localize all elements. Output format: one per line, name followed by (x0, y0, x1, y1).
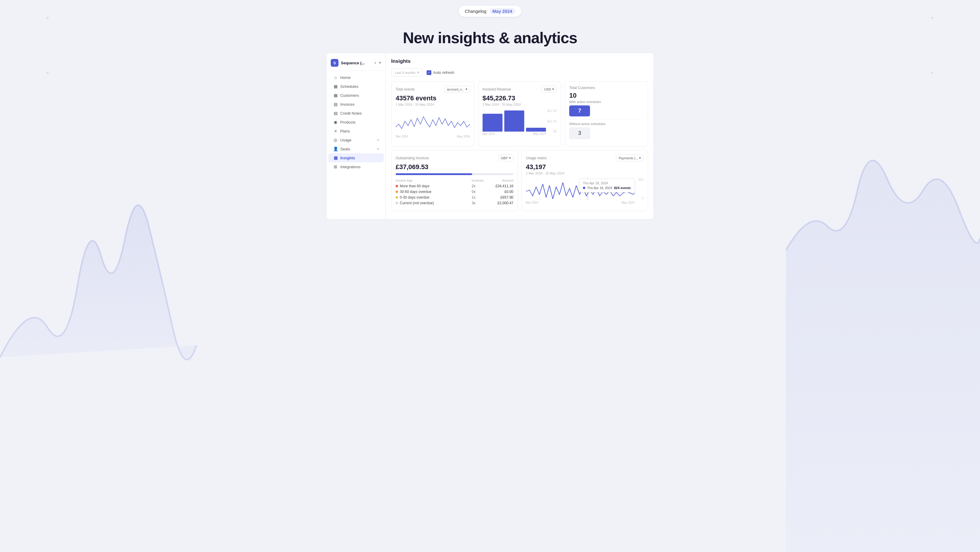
usage-metric-filter[interactable]: Payments (... ▾ (616, 154, 644, 161)
invoice-dot-2 (396, 191, 398, 193)
sidebar-item-insights[interactable]: ▦ Insights (328, 153, 384, 162)
total-events-filter-label: account_v... (447, 87, 465, 91)
changelog-pill: Changelog May 2024 (458, 5, 521, 17)
filters-row: Last 3 months ▾ ✓ Auto refresh (391, 68, 648, 76)
usage-metric-card: Usage metric Payments (... ▾ 43,197 1 Ma… (522, 150, 648, 211)
usage-metric-label: Usage metric (526, 156, 547, 160)
sidebar-org-chevron: ▾ (374, 61, 376, 65)
outstanding-invoices-value: £37,069.53 (396, 163, 514, 171)
usage-metric-header: Usage metric Payments (... ▾ (526, 154, 644, 161)
changelog-date: May 2024 (489, 8, 515, 14)
customers-with-active-section: With active schedules 7 (569, 100, 644, 116)
invoiced-revenue-currency-chevron: ▾ (552, 87, 554, 91)
sidebar-item-integrations-label: Integrations (340, 165, 361, 169)
invoice-amount-4: £2,000.47 (490, 201, 514, 205)
sidebar-item-schedules-label: Schedules (340, 84, 358, 89)
invoiced-revenue-card: Invoiced Revenue USD ▾ $45,226.73 1 Mar … (478, 81, 562, 146)
sidebar-item-home[interactable]: ⌂ Home (328, 73, 384, 82)
outstanding-invoices-currency-label: GBP (501, 156, 508, 160)
auto-refresh-toggle[interactable]: ✓ Auto refresh (426, 70, 454, 75)
sidebar-item-insights-label: Insights (340, 156, 355, 160)
usage-metric-tooltip: Thu Apr 18, 2024 Thu Apr 18, 2024 824 ev… (579, 179, 635, 192)
outstanding-invoices-label: Outstanding Invoices (396, 156, 429, 160)
invoice-col-age: Invoice Age (396, 179, 472, 182)
invoiced-revenue-chart: $22.4K $11.2K $0 Mar 2024 May 2024 (482, 109, 557, 133)
invoice-dot-3 (396, 196, 398, 199)
period-filter[interactable]: Last 3 months ▾ (391, 68, 423, 76)
sidebar-item-usage-label: Usage (340, 138, 352, 142)
usage-expand-icon: ▾ (377, 138, 379, 142)
total-events-filter[interactable]: account_v... ▾ (444, 86, 470, 92)
sidebar-item-integrations[interactable]: ⊞ Integrations (328, 162, 384, 171)
top-bar: Changelog May 2024 (0, 0, 980, 20)
main-layout: S Sequence (... ▾ + ⌂ Home ▦ Schedules ▦… (326, 53, 654, 220)
tooltip-title: Thu Apr 18, 2024 (583, 181, 631, 185)
sidebar-item-products-label: Products (340, 120, 355, 124)
revenue-bar-2 (504, 110, 524, 132)
without-active-value: 3 (569, 127, 590, 139)
total-customers-value: 10 (569, 92, 644, 99)
schedules-icon: ▦ (333, 84, 338, 89)
plans-icon: ≡ (333, 129, 338, 134)
total-events-filter-chevron: ▾ (466, 87, 468, 91)
invoiced-revenue-x-end: May 2024 (533, 132, 546, 135)
outstanding-invoices-currency[interactable]: GBP ▾ (498, 154, 513, 161)
tooltip-value: 824 events (614, 186, 631, 190)
sidebar-item-invoices[interactable]: ▤ Invoices (328, 100, 384, 109)
tooltip-dot (583, 187, 585, 189)
credit-notes-icon: ▤ (333, 111, 338, 116)
invoice-label-1: More than 60 days (400, 184, 429, 188)
sidebar-item-invoices-label: Invoices (340, 102, 355, 107)
invoice-col-invoices: Invoices (472, 179, 490, 182)
invoiced-revenue-header: Invoiced Revenue USD ▾ (482, 86, 557, 92)
corner-plus-mr: + (931, 70, 934, 76)
invoice-dot-1 (396, 185, 398, 187)
top-cards-grid: Total events account_v... ▾ 43576 events… (391, 81, 648, 146)
usage-metric-y-max: 863 (638, 178, 644, 181)
invoice-row-1: More than 60 days 2x £34,411.16 (396, 184, 514, 188)
invoice-table-header: Invoice Age Invoices Amount (396, 179, 514, 182)
tooltip-row: Thu Apr 18, 2024 824 events (583, 186, 631, 190)
outstanding-invoices-header: Outstanding Invoices GBP ▾ (396, 154, 514, 161)
customers-without-active-section: Without active schedules 3 (569, 122, 644, 139)
sidebar-item-plans[interactable]: ≡ Plans (328, 127, 384, 135)
total-events-label: Total events (396, 87, 415, 91)
invoice-count-2: 0x (472, 190, 490, 194)
invoice-amount-2: £0.00 (490, 190, 514, 194)
usage-metric-x-start: Mar 2024 (526, 201, 539, 204)
invoiced-revenue-y-mid: $11.2K (547, 120, 557, 123)
sidebar-item-schedules[interactable]: ▦ Schedules (328, 82, 384, 91)
usage-metric-chart: 863 0 Mar 2024 May 2024 (526, 178, 644, 205)
invoiced-revenue-currency[interactable]: USD ▾ (541, 86, 557, 92)
sidebar-item-usage[interactable]: ◎ Usage ▾ (328, 135, 384, 145)
sidebar-item-credit-notes[interactable]: ▤ Credit Notes (328, 109, 384, 118)
customers-icon: ▦ (333, 93, 338, 98)
integrations-icon: ⊞ (333, 164, 338, 169)
auto-refresh-checkbox[interactable]: ✓ (426, 70, 431, 75)
seats-expand-icon: ▾ (377, 147, 379, 151)
sidebar-item-customers[interactable]: ▦ Customers (328, 91, 384, 100)
sidebar-add-button[interactable]: + (379, 60, 381, 65)
total-events-chart: Mar 2024 May 2024 (396, 109, 470, 133)
insights-icon: ▦ (333, 156, 338, 160)
invoiced-revenue-date-range: 1 Mar 2024 - 20 May 2024 (482, 103, 557, 106)
with-active-value: 7 (569, 105, 590, 116)
with-active-label: With active schedules (569, 100, 644, 103)
total-customers-header: Total Customers (569, 86, 644, 90)
hero-title: New insights & analytics (0, 29, 980, 47)
sidebar-item-credit-notes-label: Credit Notes (340, 111, 362, 116)
sidebar-item-customers-label: Customers (340, 93, 359, 98)
sidebar: S Sequence (... ▾ + ⌂ Home ▦ Schedules ▦… (326, 53, 386, 220)
invoice-count-1: 2x (472, 184, 490, 188)
invoice-dot-4 (396, 202, 398, 204)
usage-metric-filter-chevron: ▾ (639, 156, 641, 160)
invoice-count-3: 1x (472, 195, 490, 199)
page-title: Insights (391, 58, 648, 64)
sidebar-item-products[interactable]: ◉ Products (328, 118, 384, 127)
invoice-amount-1: £34,411.16 (490, 184, 514, 188)
invoice-label-3: 0-30 days overdue (400, 195, 429, 199)
outstanding-invoices-progress (396, 173, 514, 175)
invoice-count-4: 3x (472, 201, 490, 205)
sidebar-item-seats[interactable]: 👤 Seats ▾ (328, 145, 384, 153)
invoice-row-3: 0-30 days overdue 1x £657.90 (396, 195, 514, 199)
